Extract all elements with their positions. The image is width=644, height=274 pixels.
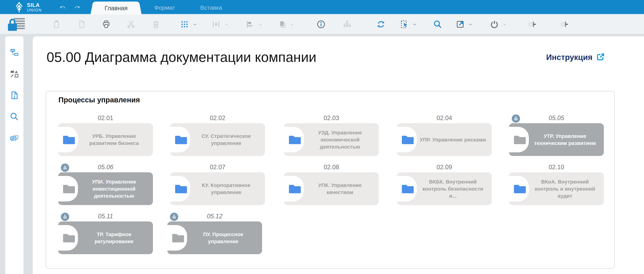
folder-pill xyxy=(170,176,190,202)
tab-format[interactable]: Формат xyxy=(152,4,178,11)
delete-icon xyxy=(151,19,161,29)
distribute-button[interactable] xyxy=(211,19,221,29)
tile-card[interactable]: УЭД. Управление экономической деятельнос… xyxy=(284,123,379,156)
instruction-link[interactable]: Инструкция xyxy=(546,52,605,62)
open-in-new-icon xyxy=(455,19,465,29)
main-toolbar xyxy=(0,15,644,34)
process-group-panel: Процессы управления 02.01 УРБ. Управлени… xyxy=(46,91,615,269)
model-tree-icon xyxy=(10,48,19,57)
process-tile-02-02: 02.02 СУ. Стратегическое управление xyxy=(170,114,265,156)
tile-card[interactable]: ВКБК. Внутренний контроль безопасности и… xyxy=(397,172,492,205)
tile-label: ТР. Тарифное регулирование xyxy=(80,222,148,254)
arrange-button[interactable] xyxy=(277,19,286,29)
org-unit-badge-icon xyxy=(61,164,69,172)
collapse-right-button[interactable] xyxy=(559,19,569,29)
hierarchy-button[interactable] xyxy=(342,19,352,29)
tile-label: УТР. Управление техническим развитием xyxy=(530,123,599,156)
tile-label: УПИ. Управление инвестиционной деятельно… xyxy=(80,172,148,205)
tile-label: ПУ. Процессное управление xyxy=(189,222,258,254)
print-button[interactable] xyxy=(102,19,111,29)
tile-card[interactable]: УТР. Управление техническим развитием xyxy=(509,123,604,156)
lock-layers-button[interactable] xyxy=(7,17,26,31)
align-button[interactable] xyxy=(245,19,255,29)
tile-card[interactable]: КУ. Корпоративное управление xyxy=(170,172,265,205)
tab-insert[interactable]: Вставка xyxy=(196,4,226,11)
collapse-left-button[interactable] xyxy=(527,19,537,29)
search-icon xyxy=(433,19,442,29)
document-info-button[interactable] xyxy=(10,90,19,100)
refresh-button[interactable] xyxy=(376,19,386,29)
hierarchy-icon xyxy=(342,19,352,29)
tile-number: 02.09 xyxy=(397,163,492,171)
info-button[interactable] xyxy=(316,19,326,29)
new-document-icon xyxy=(76,19,86,29)
panel-title: Процессы управления xyxy=(58,96,140,104)
distribute-dropdown-button[interactable] xyxy=(223,19,230,29)
process-tile-05-12: 05.12 ПУ. Процессное управление xyxy=(167,212,262,254)
tile-card[interactable]: УПИ. Управление инвестиционной деятельно… xyxy=(58,172,153,205)
folder-pill xyxy=(58,225,78,251)
tile-number: 05.11 xyxy=(58,212,153,221)
grid-dots-button[interactable] xyxy=(180,19,189,29)
folder-icon xyxy=(288,183,302,194)
chevron-down-icon xyxy=(289,21,295,27)
tile-card[interactable]: ТР. Тарифное регулирование xyxy=(58,222,153,254)
new-document-button[interactable] xyxy=(76,19,86,29)
folder-pill xyxy=(170,127,190,152)
tile-number: 02.01 xyxy=(58,114,153,122)
paste-button[interactable] xyxy=(52,19,62,29)
process-tile-02-01: 02.01 УРБ. Управление развитием бизнеса xyxy=(58,114,153,156)
folder-icon xyxy=(62,233,76,243)
tile-card[interactable]: ПУ. Процессное управление xyxy=(167,222,262,254)
distribute-icon xyxy=(211,19,221,29)
tile-card[interactable]: УПК. Управление качеством xyxy=(284,172,379,205)
align-dropdown-button[interactable] xyxy=(257,19,264,29)
lock-layers-icon xyxy=(7,17,26,31)
folder-pill xyxy=(509,127,529,152)
comments-button[interactable] xyxy=(10,133,19,143)
undo-icon xyxy=(58,4,66,11)
tile-number: 05.05 xyxy=(509,114,604,122)
power-button[interactable] xyxy=(490,19,499,29)
process-tile-05-06: 05.06 УПИ. Управление инвестиционной дея… xyxy=(58,163,153,205)
undo-button[interactable] xyxy=(58,4,66,11)
arrange-dropdown-button[interactable] xyxy=(289,19,296,29)
shapes-button[interactable] xyxy=(10,69,19,79)
folder-icon xyxy=(288,134,302,145)
page-title: 05.00 Диаграмма документации компании xyxy=(46,49,316,65)
open-in-new-button[interactable] xyxy=(455,19,465,29)
folder-pill xyxy=(509,176,529,202)
chevron-down-icon xyxy=(192,21,198,27)
tile-card[interactable]: УРБ. Управление развитием бизнеса xyxy=(58,123,153,156)
comments-icon xyxy=(10,133,19,143)
tab-home[interactable]: Главная xyxy=(94,1,138,15)
title-row: 05.00 Диаграмма документации компании Ин… xyxy=(46,49,605,65)
collapse-left-icon xyxy=(527,19,537,29)
cut-button[interactable] xyxy=(126,19,136,29)
search-button[interactable] xyxy=(433,19,442,29)
tile-label: УРБ. Управление развитием бизнеса xyxy=(80,123,148,156)
grid-dropdown-button[interactable] xyxy=(192,19,198,29)
tile-card[interactable]: СУ. Стратегическое управление xyxy=(170,123,265,156)
sila-logo-icon xyxy=(14,2,24,13)
delete-button[interactable] xyxy=(151,19,161,29)
instruction-label: Инструкция xyxy=(546,52,592,62)
selection-button[interactable] xyxy=(400,19,409,29)
folder-pill xyxy=(284,176,304,202)
document-info-icon xyxy=(10,90,19,100)
tile-card[interactable]: УПР. Управление рисками xyxy=(397,123,492,156)
tile-card[interactable]: ВКиА. Внутренний контроль и внутренний а… xyxy=(509,172,604,205)
selection-dropdown-button[interactable] xyxy=(411,19,418,29)
folder-pill xyxy=(167,225,187,251)
refresh-icon xyxy=(376,19,386,29)
redo-button[interactable] xyxy=(73,4,81,11)
process-tile-02-03: 02.03 УЭД. Управление экономической деят… xyxy=(284,114,379,156)
process-tile-02-04: 02.04 УПР. Управление рисками xyxy=(397,114,492,156)
model-tree-button[interactable] xyxy=(10,48,19,57)
tile-label: КУ. Корпоративное управление xyxy=(192,172,260,205)
chevron-down-icon xyxy=(258,21,264,27)
workspace: 05.00 Диаграмма документации компании Ин… xyxy=(0,34,644,274)
power-dropdown-button[interactable] xyxy=(501,19,508,29)
open-in-new-dropdown-button[interactable] xyxy=(467,19,474,29)
search-sidebar-button[interactable] xyxy=(10,112,19,121)
